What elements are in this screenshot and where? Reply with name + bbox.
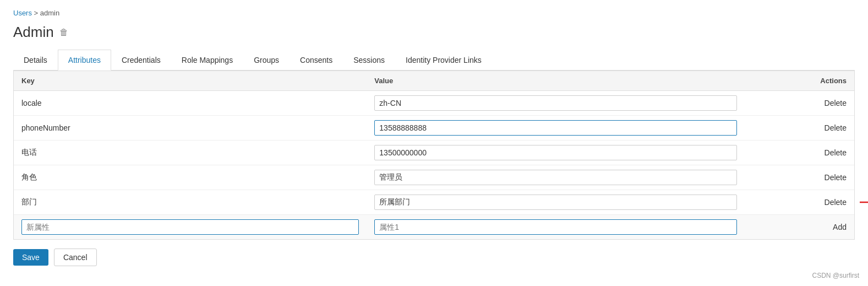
table-row: 电话 Delete bbox=[14, 141, 854, 165]
breadcrumb-separator: > bbox=[34, 9, 40, 17]
value-input-phone-number[interactable] bbox=[374, 120, 737, 136]
new-row-key-cell bbox=[14, 215, 367, 240]
row-key-phone-number: phoneNumber bbox=[14, 116, 367, 141]
page-title-row: Admin 🗑 bbox=[13, 24, 855, 41]
delete-button-locale[interactable]: Delete bbox=[825, 99, 847, 107]
table-header-row: Key Value Actions bbox=[14, 71, 854, 91]
row-key-locale: locale bbox=[14, 91, 367, 116]
value-input-locale[interactable] bbox=[374, 95, 737, 111]
tab-sessions[interactable]: Sessions bbox=[343, 50, 395, 71]
tab-groups[interactable]: Groups bbox=[243, 50, 290, 71]
value-input-phone[interactable] bbox=[374, 145, 737, 160]
row-value-phone bbox=[367, 141, 745, 165]
tab-identity-provider-links[interactable]: Identity Provider Links bbox=[395, 50, 492, 71]
table-row-new: Add bbox=[14, 215, 854, 240]
tab-bar: Details Attributes Credentials Role Mapp… bbox=[13, 50, 855, 71]
form-buttons: Save Cancel bbox=[13, 249, 855, 266]
column-header-key: Key bbox=[14, 71, 367, 91]
tab-consents[interactable]: Consents bbox=[290, 50, 343, 71]
table-row: phoneNumber Delete bbox=[14, 116, 854, 141]
table-row: 部门 Delete bbox=[14, 190, 854, 215]
add-button[interactable]: Add bbox=[833, 223, 847, 231]
row-actions-role: Delete bbox=[745, 165, 854, 190]
row-key-dept: 部门 bbox=[14, 190, 367, 215]
breadcrumb: Users > admin bbox=[13, 9, 855, 17]
cancel-button[interactable]: Cancel bbox=[54, 249, 97, 266]
attributes-table-container: Key Value Actions locale Delete phoneNum… bbox=[13, 71, 855, 240]
row-value-dept bbox=[367, 190, 745, 215]
row-key-phone: 电话 bbox=[14, 141, 367, 165]
footer-credit: CSDN @surfirst bbox=[812, 272, 859, 275]
row-actions-locale: Delete bbox=[745, 91, 854, 116]
save-button[interactable]: Save bbox=[13, 249, 48, 266]
delete-button-phone-number[interactable]: Delete bbox=[825, 123, 847, 132]
new-row-actions-cell: Add bbox=[745, 215, 854, 240]
tab-role-mappings[interactable]: Role Mappings bbox=[171, 50, 243, 71]
new-row-value-cell bbox=[367, 215, 745, 240]
tab-attributes[interactable]: Attributes bbox=[58, 50, 111, 71]
row-actions-dept: Delete bbox=[745, 190, 854, 215]
column-header-value: Value bbox=[367, 71, 745, 91]
delete-user-icon[interactable]: 🗑 bbox=[59, 28, 68, 37]
red-arrow-annotation bbox=[860, 194, 868, 211]
breadcrumb-users-link[interactable]: Users bbox=[13, 9, 32, 17]
row-actions-phone: Delete bbox=[745, 141, 854, 165]
tab-details[interactable]: Details bbox=[13, 50, 58, 71]
row-value-locale bbox=[367, 91, 745, 116]
row-value-role bbox=[367, 165, 745, 190]
new-value-input[interactable] bbox=[374, 219, 737, 235]
tab-credentials[interactable]: Credentials bbox=[111, 50, 171, 71]
delete-button-phone[interactable]: Delete bbox=[825, 148, 847, 157]
new-key-input[interactable] bbox=[21, 219, 359, 235]
value-input-role[interactable] bbox=[374, 170, 737, 185]
attributes-table: Key Value Actions locale Delete phoneNum… bbox=[14, 71, 854, 239]
table-row: locale Delete bbox=[14, 91, 854, 116]
row-key-role: 角色 bbox=[14, 165, 367, 190]
row-actions-phone-number: Delete bbox=[745, 116, 854, 141]
delete-button-role[interactable]: Delete bbox=[825, 173, 847, 182]
row-value-phone-number bbox=[367, 116, 745, 141]
breadcrumb-current: admin bbox=[40, 9, 59, 17]
page-title: Admin bbox=[13, 24, 54, 41]
table-row: 角色 Delete bbox=[14, 165, 854, 190]
column-header-actions: Actions bbox=[745, 71, 854, 91]
value-input-dept[interactable] bbox=[374, 195, 737, 210]
delete-button-dept[interactable]: Delete bbox=[825, 198, 847, 207]
